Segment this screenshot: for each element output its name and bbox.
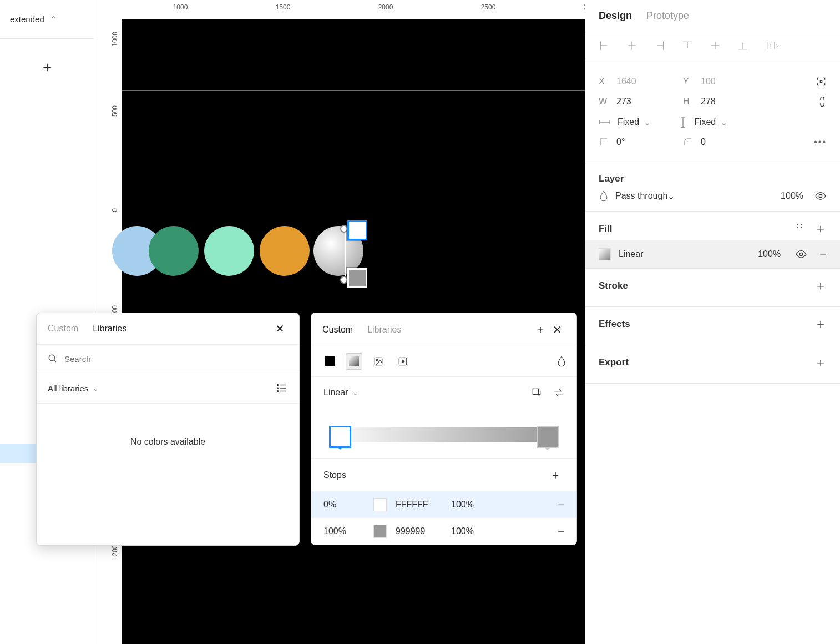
add-layer-button[interactable]: ＋ (0, 39, 94, 94)
tab-custom[interactable]: Custom (322, 325, 353, 335)
effects-section: Effects ＋ (585, 307, 840, 345)
tab-design[interactable]: Design (599, 10, 632, 22)
gradient-type-dropdown[interactable]: Linear (323, 388, 348, 398)
fill-type-image[interactable] (370, 353, 387, 370)
stop-swatch[interactable] (373, 498, 387, 511)
stop-position[interactable]: 100% (323, 526, 373, 536)
stop-row[interactable]: 0% FFFFFF 100% − (311, 491, 576, 518)
align-left-icon[interactable] (599, 40, 610, 51)
stop-opacity[interactable]: 100% (451, 526, 490, 536)
ruler-tick: -1000 (111, 32, 119, 49)
absolute-position-icon[interactable] (816, 76, 827, 87)
blend-mode-dropdown[interactable]: Pass through (615, 191, 667, 201)
gradient-handle-dot[interactable] (340, 225, 348, 233)
canvas-circle[interactable] (260, 226, 310, 276)
fill-type-solid[interactable] (321, 353, 338, 370)
stop-row[interactable]: 100% 999999 100% − (311, 518, 576, 545)
add-effect-button[interactable]: ＋ (814, 316, 827, 333)
svg-point-0 (49, 355, 55, 361)
w-input[interactable]: 273 (616, 97, 683, 107)
close-icon[interactable]: ✕ (272, 322, 288, 335)
stops-label: Stops (323, 470, 346, 480)
layers-mode-dropdown[interactable]: extended ⌃ (0, 0, 94, 39)
stop-hex[interactable]: FFFFFF (396, 500, 451, 510)
align-center-v-icon[interactable] (710, 40, 721, 51)
fill-type-video[interactable] (394, 353, 411, 370)
h-input[interactable]: 278 (701, 97, 756, 107)
align-right-icon[interactable] (654, 40, 665, 51)
tab-libraries[interactable]: Libraries (367, 325, 401, 335)
add-fill-button[interactable]: ＋ (814, 220, 827, 237)
corner-radius-input[interactable]: 0 (701, 137, 756, 147)
link-dimensions-icon[interactable] (818, 96, 827, 107)
blend-mode-icon[interactable] (556, 355, 566, 368)
tab-prototype[interactable]: Prototype (646, 10, 689, 22)
add-stroke-button[interactable]: ＋ (814, 278, 827, 294)
horizontal-sizing-dropdown[interactable]: Fixed (618, 117, 639, 127)
gradient-stop-handle[interactable] (347, 268, 367, 288)
svg-rect-12 (533, 389, 538, 394)
align-top-icon[interactable] (682, 40, 693, 51)
y-input[interactable]: 100 (701, 77, 756, 87)
stops-header: Stops ＋ (311, 459, 576, 491)
remove-stop-button[interactable]: − (558, 499, 564, 511)
guide-line[interactable] (122, 90, 585, 91)
rotation-input[interactable]: 0° (616, 137, 683, 147)
ruler-tick: 2000 (378, 3, 393, 11)
fill-swatch[interactable] (599, 248, 611, 260)
stop-swatch[interactable] (373, 525, 387, 538)
list-view-icon[interactable] (276, 382, 288, 394)
search-input[interactable] (64, 354, 288, 364)
gradient-bar[interactable] (329, 427, 559, 442)
add-export-button[interactable]: ＋ (814, 354, 827, 371)
library-selector[interactable]: All libraries ⌄ (37, 373, 299, 404)
x-input[interactable]: 1640 (616, 77, 683, 87)
vertical-sizing-dropdown[interactable]: Fixed (694, 117, 716, 127)
close-icon[interactable]: ✕ (549, 323, 565, 336)
stroke-section: Stroke ＋ (585, 269, 840, 307)
fill-section: Fill ∷ ＋ Linear 100% − (585, 212, 840, 269)
ruler-tick: -500 (111, 105, 119, 119)
svg-point-5 (277, 385, 279, 386)
color-libraries-panel: Custom Libraries ✕ All libraries ⌄ No co… (36, 313, 300, 546)
gradient-stop-handle[interactable] (347, 220, 367, 240)
stop-hex[interactable]: 999999 (396, 526, 451, 536)
plus-icon: ＋ (40, 57, 54, 77)
visibility-icon[interactable] (814, 192, 827, 200)
stop-opacity[interactable]: 100% (451, 500, 490, 510)
tab-custom[interactable]: Custom (48, 324, 78, 334)
tab-libraries[interactable]: Libraries (93, 324, 126, 334)
gradient-editor[interactable] (311, 408, 576, 459)
search-icon (48, 354, 58, 364)
add-stop-button[interactable]: ＋ (546, 467, 564, 482)
fill-row[interactable]: Linear 100% − (585, 240, 840, 268)
distribute-icon[interactable] (765, 40, 778, 51)
canvas-circle[interactable] (204, 226, 254, 276)
style-icon[interactable]: ∷ (797, 220, 803, 237)
ruler-tick: 0 (111, 208, 119, 212)
gradient-stop-thumb[interactable] (537, 426, 559, 448)
align-center-h-icon[interactable] (626, 40, 637, 51)
rotate-gradient-icon[interactable] (531, 387, 542, 398)
flip-gradient-icon[interactable] (553, 387, 564, 398)
plus-icon[interactable]: ＋ (532, 322, 549, 337)
gradient-axis[interactable] (345, 229, 346, 283)
gradient-handle-dot[interactable] (340, 276, 348, 284)
fill-type-label[interactable]: Linear (619, 249, 643, 259)
canvas-circle[interactable] (149, 226, 199, 276)
remove-stop-button[interactable]: − (558, 525, 564, 538)
remove-fill-button[interactable]: − (819, 247, 827, 261)
layer-opacity-input[interactable]: 100% (781, 191, 803, 201)
more-options-icon[interactable]: ••• (814, 137, 827, 147)
blend-mode-icon[interactable] (599, 190, 609, 202)
fill-opacity-input[interactable]: 100% (758, 249, 781, 259)
inspector-tabs: Design Prototype (585, 0, 840, 32)
alignment-row (585, 32, 840, 59)
visibility-icon[interactable] (795, 250, 807, 259)
align-bottom-icon[interactable] (737, 40, 748, 51)
transform-section: X 1640 Y 100 W 273 H 278 Fixed ⌄ Fixed ⌄ (585, 59, 840, 164)
inspector-panel: Design Prototype X 1640 Y 100 W 273 H 27… (585, 0, 840, 644)
fill-type-gradient[interactable] (346, 353, 362, 370)
stop-position[interactable]: 0% (323, 500, 373, 510)
gradient-stop-thumb[interactable] (329, 426, 351, 448)
